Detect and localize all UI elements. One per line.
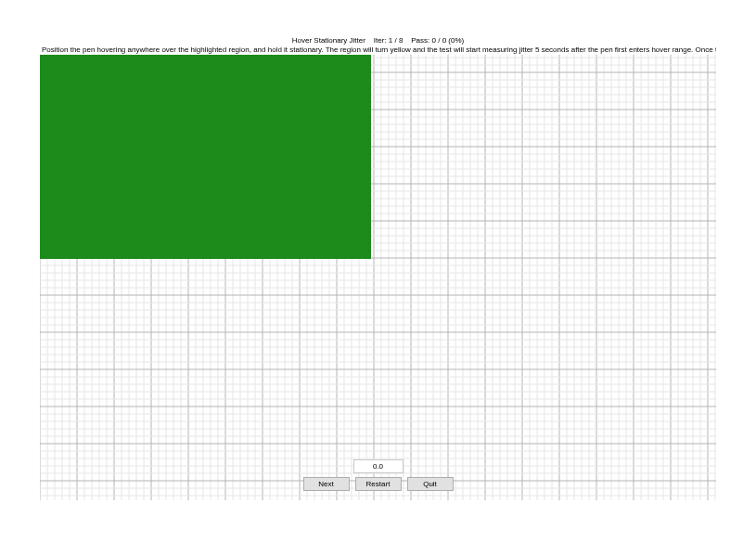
next-button[interactable]: Next <box>303 477 350 491</box>
iter-current: 1 <box>389 36 392 45</box>
instruction-text: Position the pen hovering anywhere over … <box>40 45 716 56</box>
test-canvas: Hover Stationary Jitter Iter: 1 / 8 Pass… <box>40 35 716 500</box>
test-name: Hover Stationary Jitter <box>292 36 365 45</box>
restart-button[interactable]: Restart <box>355 477 402 491</box>
iter-total: 8 <box>399 36 403 45</box>
header: Hover Stationary Jitter Iter: 1 / 8 Pass… <box>40 35 716 55</box>
bottom-panel: 0.0 Next Restart Quit <box>40 459 716 491</box>
button-row: Next Restart Quit <box>303 477 454 491</box>
pass-total: 0 <box>442 36 446 45</box>
pass-percent: 0% <box>451 36 462 45</box>
iter-label: Iter: <box>374 36 387 45</box>
title-row: Hover Stationary Jitter Iter: 1 / 8 Pass… <box>40 36 716 45</box>
quit-button[interactable]: Quit <box>407 477 454 491</box>
app-frame: Hover Stationary Jitter Iter: 1 / 8 Pass… <box>0 0 756 542</box>
pass-count: 0 <box>432 36 436 45</box>
jitter-readout: 0.0 <box>353 459 404 473</box>
highlight-region[interactable] <box>40 53 371 259</box>
pass-label: Pass: <box>411 36 429 45</box>
